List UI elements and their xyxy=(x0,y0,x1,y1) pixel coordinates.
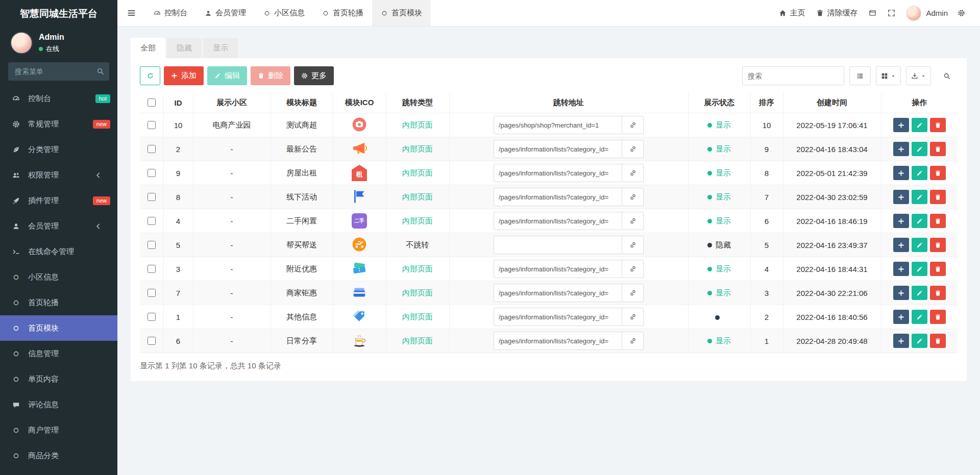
row-add-button[interactable] xyxy=(893,238,909,252)
refresh-button[interactable] xyxy=(140,66,160,85)
jump-url-link-button[interactable] xyxy=(622,308,644,326)
jump-url-input[interactable] xyxy=(494,236,622,254)
sidebar-item-merchant[interactable]: 商户管理 xyxy=(0,417,117,443)
navbar-tab-home-banner[interactable]: 首页轮播 xyxy=(313,0,372,26)
row-delete-button[interactable] xyxy=(930,334,946,348)
navbar-tab-member[interactable]: 会员管理 xyxy=(196,0,255,26)
row-checkbox[interactable] xyxy=(148,193,156,201)
navbar-avatar[interactable] xyxy=(906,6,921,21)
row-checkbox[interactable] xyxy=(148,145,156,153)
status-badge[interactable] xyxy=(715,315,723,320)
jump-type-link[interactable]: 内部页面 xyxy=(402,264,433,273)
sidebar-item-dashboard[interactable]: 控制台hot xyxy=(0,86,117,111)
column-header[interactable]: 跳转类型 xyxy=(386,92,449,113)
jump-type-link[interactable]: 内部页面 xyxy=(402,168,433,177)
row-checkbox[interactable] xyxy=(148,265,156,273)
row-checkbox[interactable] xyxy=(148,289,156,297)
row-delete-button[interactable] xyxy=(930,310,946,324)
fullscreen-button[interactable] xyxy=(882,0,901,26)
row-delete-button[interactable] xyxy=(930,262,946,276)
row-edit-button[interactable] xyxy=(912,238,927,252)
jump-type-link[interactable]: 内部页面 xyxy=(402,288,433,297)
filter-tab-hidden[interactable]: 隐藏 xyxy=(167,38,202,58)
jump-url-input[interactable] xyxy=(494,212,622,230)
row-edit-button[interactable] xyxy=(912,214,927,228)
home-link[interactable]: 主页 xyxy=(773,0,811,26)
menu-toggle-button[interactable] xyxy=(117,0,145,26)
row-edit-button[interactable] xyxy=(912,190,927,204)
jump-url-link-button[interactable] xyxy=(622,188,644,206)
status-badge[interactable]: 隐藏 xyxy=(707,240,731,250)
row-delete-button[interactable] xyxy=(930,286,946,300)
jump-type-link[interactable]: 内部页面 xyxy=(402,192,433,201)
sidebar-item-info-manage[interactable]: 信息管理 xyxy=(0,341,117,366)
status-badge[interactable]: 显示 xyxy=(707,120,731,130)
navbar-tab-community-info[interactable]: 小区信息 xyxy=(255,0,313,26)
sidebar-item-home-banner[interactable]: 首页轮播 xyxy=(0,290,117,315)
row-checkbox[interactable] xyxy=(148,217,156,225)
jump-url-link-button[interactable] xyxy=(622,284,644,302)
column-header[interactable]: 展示小区 xyxy=(193,92,271,113)
row-add-button[interactable] xyxy=(893,166,909,180)
jump-url-link-button[interactable] xyxy=(622,260,644,278)
jump-url-input[interactable] xyxy=(494,188,622,206)
jump-type-link[interactable]: 内部页面 xyxy=(402,312,433,321)
settings-button[interactable] xyxy=(952,0,971,26)
row-edit-button[interactable] xyxy=(912,262,927,276)
status-badge[interactable]: 显示 xyxy=(707,192,731,202)
row-edit-button[interactable] xyxy=(912,310,927,324)
search-button[interactable] xyxy=(936,66,958,85)
add-button[interactable]: 添加 xyxy=(164,66,204,85)
row-checkbox[interactable] xyxy=(148,241,156,249)
jump-url-input[interactable] xyxy=(494,164,622,182)
jump-url-input[interactable] xyxy=(494,116,622,134)
row-add-button[interactable] xyxy=(893,334,909,348)
detail-view-button[interactable] xyxy=(849,66,871,85)
row-delete-button[interactable] xyxy=(930,214,946,228)
row-delete-button[interactable] xyxy=(930,118,946,132)
row-add-button[interactable] xyxy=(893,310,909,324)
jump-url-link-button[interactable] xyxy=(622,332,644,350)
jump-url-link-button[interactable] xyxy=(622,164,644,182)
status-badge[interactable]: 显示 xyxy=(707,144,731,154)
row-checkbox[interactable] xyxy=(148,169,156,177)
row-edit-button[interactable] xyxy=(912,142,927,156)
clear-cache-link[interactable]: 清除缓存 xyxy=(811,0,863,26)
delete-button[interactable]: 删除 xyxy=(251,66,290,85)
row-add-button[interactable] xyxy=(893,142,909,156)
column-header[interactable]: 展示状态 xyxy=(688,92,750,113)
status-badge[interactable]: 显示 xyxy=(707,336,731,346)
sidebar-item-member[interactable]: 会员管理 xyxy=(0,213,117,239)
status-badge[interactable]: 显示 xyxy=(707,264,731,274)
column-header[interactable]: 跳转地址 xyxy=(449,92,688,113)
column-header[interactable]: ID xyxy=(163,92,193,113)
status-badge[interactable]: 显示 xyxy=(707,216,731,226)
jump-url-input[interactable] xyxy=(494,308,622,326)
row-add-button[interactable] xyxy=(893,286,909,300)
edit-button[interactable]: 编辑 xyxy=(207,66,247,85)
row-delete-button[interactable] xyxy=(930,238,946,252)
sidebar-item-category[interactable]: 分类管理 xyxy=(0,137,117,162)
row-checkbox[interactable] xyxy=(148,337,156,345)
row-edit-button[interactable] xyxy=(912,286,927,300)
jump-type-link[interactable]: 内部页面 xyxy=(402,120,433,129)
sidebar-item-home-module[interactable]: 首页模块 xyxy=(0,315,117,341)
status-badge[interactable]: 显示 xyxy=(707,168,731,178)
row-add-button[interactable] xyxy=(893,262,909,276)
jump-type-link[interactable]: 内部页面 xyxy=(402,216,433,225)
row-add-button[interactable] xyxy=(893,118,909,132)
jump-url-input[interactable] xyxy=(494,140,622,158)
status-badge[interactable]: 显示 xyxy=(707,288,731,298)
navbar-tab-home-module[interactable]: 首页模块 xyxy=(372,0,431,26)
column-header[interactable]: 模块标题 xyxy=(271,92,333,113)
row-add-button[interactable] xyxy=(893,190,909,204)
row-checkbox[interactable] xyxy=(148,313,156,321)
table-search-input[interactable] xyxy=(742,66,844,85)
column-header[interactable]: 创建时间 xyxy=(783,92,881,113)
jump-url-link-button[interactable] xyxy=(622,212,644,230)
jump-type-link[interactable]: 内部页面 xyxy=(402,144,433,153)
sidebar-item-general[interactable]: 常规管理new xyxy=(0,111,117,137)
sidebar-item-goods-category[interactable]: 商品分类 xyxy=(0,443,117,468)
column-header[interactable]: 排序 xyxy=(750,92,783,113)
more-button[interactable]: 更多 xyxy=(294,66,334,85)
